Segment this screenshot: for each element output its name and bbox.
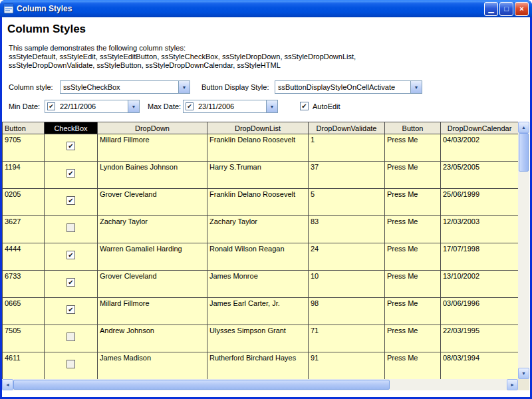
scroll-left-button[interactable]: ◄: [2, 379, 13, 390]
dropdowncalendar-cell[interactable]: 25/06/1999: [441, 189, 519, 216]
dropdownlist-cell[interactable]: Ulysses Simpson Grant: [207, 325, 309, 352]
chevron-down-icon[interactable]: ▼: [178, 81, 190, 93]
vertical-scroll-thumb[interactable]: [519, 133, 529, 172]
dropdownvalidate-cell[interactable]: 5: [309, 189, 385, 216]
button-press-cell[interactable]: Press Me: [385, 134, 441, 162]
dropdowncalendar-cell[interactable]: 23/05/2005: [441, 162, 519, 189]
column-style-dropdown[interactable]: ssStyleCheckBox ▼: [60, 80, 190, 94]
scroll-right-button[interactable]: ►: [507, 379, 518, 390]
button-cell[interactable]: 1194: [3, 162, 45, 189]
dropdowncalendar-cell[interactable]: 08/03/1994: [441, 352, 519, 380]
row-checkbox[interactable]: [66, 223, 75, 232]
dropdownvalidate-cell[interactable]: 98: [309, 298, 385, 325]
checkbox-cell[interactable]: ✔: [45, 134, 98, 162]
button-press-cell[interactable]: Press Me: [385, 352, 441, 380]
chevron-down-icon[interactable]: ▼: [128, 100, 139, 112]
scroll-down-button[interactable]: ▼: [518, 368, 529, 379]
checkbox-cell[interactable]: ✔: [45, 271, 98, 298]
checkbox-cell[interactable]: ✔: [45, 243, 98, 271]
row-checkbox[interactable]: ✔: [66, 305, 75, 314]
dropdowncalendar-cell[interactable]: 13/10/2002: [441, 271, 519, 298]
row-checkbox[interactable]: ✔: [66, 251, 75, 259]
dropdownvalidate-cell[interactable]: 24: [309, 243, 385, 271]
chevron-down-icon[interactable]: ▼: [266, 100, 277, 112]
vertical-scrollbar[interactable]: ▲ ▼: [518, 122, 529, 379]
button-cell[interactable]: 4444: [3, 243, 45, 271]
button-cell[interactable]: 4611: [3, 352, 45, 380]
checkbox-cell[interactable]: ✔: [45, 298, 98, 325]
dropdowncalendar-cell[interactable]: 22/03/1995: [441, 325, 519, 352]
button-cell[interactable]: 9705: [3, 134, 45, 162]
close-button[interactable]: ×: [515, 2, 529, 16]
column-header-dropdown-2[interactable]: DropDown: [98, 122, 207, 134]
button-press-cell[interactable]: Press Me: [385, 216, 441, 243]
button-cell[interactable]: 6733: [3, 271, 45, 298]
button-press-cell[interactable]: Press Me: [385, 325, 441, 352]
horizontal-scrollbar[interactable]: ◄ ►: [2, 379, 518, 390]
dropdownlist-cell[interactable]: Ronald Wilson Reagan: [207, 243, 309, 271]
column-header-checkbox-1[interactable]: CheckBox: [45, 122, 98, 134]
dropdown-cell[interactable]: Grover Cleveland: [98, 271, 207, 298]
row-checkbox[interactable]: [66, 360, 75, 368]
dropdowncalendar-cell[interactable]: 03/06/1996: [441, 298, 519, 325]
dropdown-cell[interactable]: Grover Cleveland: [98, 189, 207, 216]
button-cell[interactable]: 3627: [3, 216, 45, 243]
dropdownvalidate-cell[interactable]: 83: [309, 216, 385, 243]
button-cell[interactable]: 0205: [3, 189, 45, 216]
row-checkbox[interactable]: ✔: [66, 142, 75, 150]
dropdowncalendar-cell[interactable]: 04/03/2002: [441, 134, 519, 162]
dropdown-cell[interactable]: Andrew Johnson: [98, 325, 207, 352]
button-press-cell[interactable]: Press Me: [385, 243, 441, 271]
dropdown-cell[interactable]: Lyndon Baines Johnson: [98, 162, 207, 189]
column-header-button-5[interactable]: Button: [385, 122, 441, 134]
autoedit-checkbox[interactable]: ✔: [300, 102, 309, 110]
dropdowncalendar-cell[interactable]: 12/03/2003: [441, 216, 519, 243]
dropdownlist-cell[interactable]: Zachary Taylor: [207, 216, 309, 243]
button-press-cell[interactable]: Press Me: [385, 271, 441, 298]
checkbox-cell[interactable]: [45, 325, 98, 352]
button-cell[interactable]: 7505: [3, 325, 45, 352]
row-checkbox[interactable]: ✔: [66, 169, 75, 178]
column-header-button-0[interactable]: Button: [3, 122, 45, 134]
button-cell[interactable]: 0665: [3, 298, 45, 325]
max-date-checkbox[interactable]: ✔: [186, 102, 194, 110]
dropdownvalidate-cell[interactable]: 37: [309, 162, 385, 189]
checkbox-cell[interactable]: [45, 352, 98, 380]
row-checkbox[interactable]: [66, 332, 75, 341]
column-header-dropdownlist-3[interactable]: DropDownList: [207, 122, 309, 134]
dropdownvalidate-cell[interactable]: 1: [309, 134, 385, 162]
checkbox-cell[interactable]: [45, 216, 98, 243]
chevron-down-icon[interactable]: ▼: [410, 81, 422, 93]
dropdownlist-cell[interactable]: James Monroe: [207, 271, 309, 298]
dropdown-cell[interactable]: Warren Gamaliel Harding: [98, 243, 207, 271]
row-checkbox[interactable]: ✔: [66, 196, 75, 205]
dropdownlist-cell[interactable]: Rutherford Birchard Hayes: [207, 352, 309, 380]
column-header-dropdowncalendar-6[interactable]: DropDownCalendar: [441, 122, 519, 134]
dropdowncalendar-cell[interactable]: 17/07/1998: [441, 243, 519, 271]
dropdownvalidate-cell[interactable]: 71: [309, 325, 385, 352]
button-press-cell[interactable]: Press Me: [385, 162, 441, 189]
row-checkbox[interactable]: ✔: [66, 278, 75, 287]
dropdown-cell[interactable]: James Madison: [98, 352, 207, 380]
checkbox-cell[interactable]: ✔: [45, 189, 98, 216]
max-date-picker[interactable]: ✔ 23/11/2006 ▼: [183, 100, 278, 113]
dropdownlist-cell[interactable]: James Earl Carter, Jr.: [207, 298, 309, 325]
minimize-button[interactable]: ▁: [484, 2, 498, 16]
dropdown-cell[interactable]: Zachary Taylor: [98, 216, 207, 243]
dropdownvalidate-cell[interactable]: 10: [309, 271, 385, 298]
horizontal-scroll-thumb[interactable]: [13, 380, 390, 390]
button-press-cell[interactable]: Press Me: [385, 189, 441, 216]
button-display-style-dropdown[interactable]: ssButtonDisplayStyleOnCellActivate ▼: [275, 80, 422, 94]
checkbox-cell[interactable]: ✔: [45, 162, 98, 189]
dropdownlist-cell[interactable]: Franklin Delano Roosevelt: [207, 189, 309, 216]
button-press-cell[interactable]: Press Me: [385, 298, 441, 325]
dropdownlist-cell[interactable]: Franklin Delano Roosevelt: [207, 134, 309, 162]
scroll-up-button[interactable]: ▲: [518, 122, 529, 133]
dropdown-cell[interactable]: Millard Fillmore: [98, 134, 207, 162]
maximize-button[interactable]: □: [499, 2, 513, 16]
dropdownvalidate-cell[interactable]: 91: [309, 352, 385, 380]
dropdownlist-cell[interactable]: Harry S.Truman: [207, 162, 309, 189]
min-date-picker[interactable]: ✔ 22/11/2006 ▼: [45, 100, 140, 113]
column-header-dropdownvalidate-4[interactable]: DropDownValidate: [309, 122, 385, 134]
min-date-checkbox[interactable]: ✔: [47, 102, 55, 110]
